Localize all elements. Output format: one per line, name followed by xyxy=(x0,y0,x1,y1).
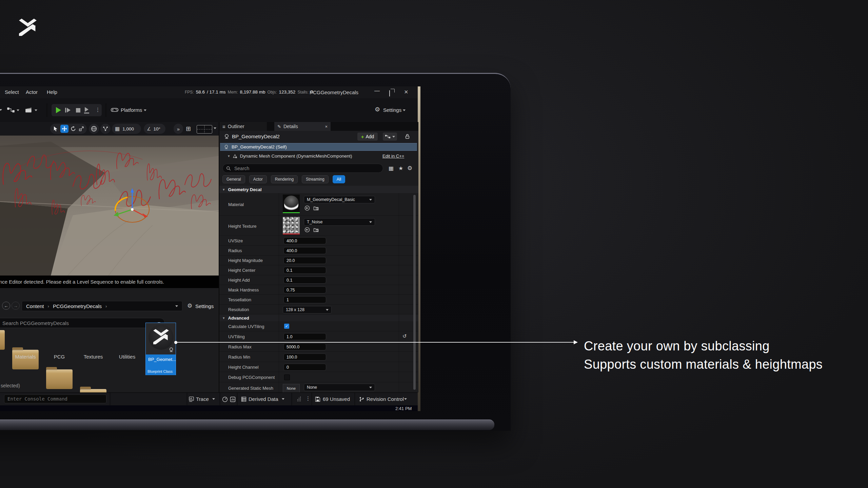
folder-pcg[interactable] xyxy=(46,369,73,389)
quad-view-icon[interactable]: ⊞ xyxy=(186,125,191,133)
revision-control-button[interactable]: Revision Control xyxy=(367,396,404,402)
column-divider[interactable] xyxy=(279,193,279,392)
tab-outliner[interactable]: ≡ Outliner xyxy=(219,122,267,131)
viewport-scene[interactable] xyxy=(0,136,219,276)
close-button[interactable]: × xyxy=(404,88,408,96)
cinematics-icon[interactable] xyxy=(25,107,33,113)
stop-icon[interactable] xyxy=(76,108,80,113)
chevron-down-icon[interactable] xyxy=(404,398,407,400)
rotate-tool-icon[interactable] xyxy=(71,126,76,131)
browse-to-asset-icon[interactable] xyxy=(313,205,319,211)
tessellation-input[interactable]: 1 xyxy=(283,296,326,303)
filter-actor[interactable]: Actor xyxy=(249,175,267,183)
tab-details[interactable]: ✎ Details × xyxy=(274,122,331,131)
console-command-input[interactable] xyxy=(4,394,106,403)
move-tool-button[interactable] xyxy=(60,125,68,133)
more-options-icon[interactable]: ⋮ xyxy=(95,107,100,113)
calculate-uvtiling-checkbox[interactable]: ✓ xyxy=(284,324,289,329)
cb-search-input[interactable] xyxy=(2,320,145,326)
component-tree-row[interactable]: ▾ Dynamic Mesh Component (DynamicMeshCom… xyxy=(219,152,418,160)
insights-dial-icon[interactable] xyxy=(222,396,228,402)
breadcrumb[interactable]: Content › PCGGeometryDecals › xyxy=(22,301,182,311)
folder-textures[interactable] xyxy=(80,389,106,392)
display-options-icon[interactable]: ▦ xyxy=(389,165,394,171)
height-add-input[interactable]: 0.1 xyxy=(283,277,326,284)
mask-hardness-input[interactable]: 0.75 xyxy=(283,286,326,293)
section-advanced[interactable]: ▾ Advanced xyxy=(219,314,418,321)
dotted-grid-icon[interactable] xyxy=(297,396,302,402)
surface-snapping-button[interactable] xyxy=(100,124,111,134)
step-icon[interactable] xyxy=(65,108,66,113)
chevron-down-icon[interactable] xyxy=(144,109,146,111)
material-dropdown[interactable]: M_GeometryDecal_Basic xyxy=(304,196,375,203)
gsm-thumbnail[interactable]: None xyxy=(283,384,300,392)
resolution-dropdown[interactable]: 128 x 128 xyxy=(283,306,332,313)
blueprint-edit-button[interactable] xyxy=(383,133,397,141)
height-texture-dropdown[interactable]: T_Noise xyxy=(304,218,375,226)
menu-select[interactable]: Select xyxy=(5,89,19,95)
world-space-toggle[interactable] xyxy=(89,124,99,134)
use-selected-asset-icon[interactable] xyxy=(304,227,310,232)
edit-in-cpp-link[interactable]: Edit in C++ xyxy=(382,154,404,159)
debug-pcgcomponent-checkbox[interactable] xyxy=(284,374,290,380)
details-scrollbar[interactable] xyxy=(413,195,416,390)
favorites-star-icon[interactable]: ★ xyxy=(398,165,403,171)
menu-help[interactable]: Help xyxy=(47,89,57,95)
back-icon[interactable]: ← xyxy=(2,302,10,310)
filter-rendering[interactable]: Rendering xyxy=(271,175,298,183)
asset-bp-geometrydecal[interactable]: BP_Geomet... Blueprint Class xyxy=(145,323,176,375)
rotation-snap-control[interactable]: ∠ 10° xyxy=(144,124,165,134)
details-search[interactable] xyxy=(222,164,383,173)
lock-icon[interactable] xyxy=(405,134,410,139)
height-magnitude-input[interactable]: 20.0 xyxy=(283,257,326,264)
radius-max-input[interactable]: 5000.0 xyxy=(283,343,326,350)
filter-general[interactable]: General xyxy=(222,175,245,183)
select-tool-icon[interactable] xyxy=(53,126,58,131)
uvtiling-input[interactable]: 1.0 xyxy=(283,333,326,340)
radius-min-input[interactable]: 100.0 xyxy=(283,353,326,361)
forward-icon[interactable]: → xyxy=(12,302,20,310)
details-search-input[interactable] xyxy=(234,165,357,171)
chevron-down-icon[interactable] xyxy=(175,305,178,307)
uvsize-input[interactable]: 400.0 xyxy=(283,237,326,244)
trace-button[interactable]: Trace xyxy=(196,396,209,402)
more-options-icon[interactable]: ⋮ xyxy=(305,395,311,402)
revert-icon[interactable]: ↺ xyxy=(402,333,407,339)
folder-partial[interactable] xyxy=(0,330,5,350)
add-component-button[interactable]: + Add xyxy=(357,133,378,141)
step-forward-icon[interactable] xyxy=(67,108,71,113)
chevron-down-icon[interactable] xyxy=(35,109,37,111)
cb-search[interactable] xyxy=(0,318,165,328)
restore-button[interactable] xyxy=(389,90,390,97)
filter-all[interactable]: All xyxy=(333,175,345,183)
derived-data-button[interactable]: Derived Data xyxy=(249,396,278,402)
grid-snap-control[interactable]: ▦ 1,000 xyxy=(112,124,141,134)
play-icon[interactable] xyxy=(56,107,61,113)
chevron-down-icon[interactable] xyxy=(0,109,2,111)
advance-icon[interactable] xyxy=(85,107,88,112)
filter-streaming[interactable]: Streaming xyxy=(302,175,329,183)
minimize-button[interactable]: — xyxy=(374,88,380,94)
material-thumbnail[interactable] xyxy=(283,195,300,213)
chevron-down-icon[interactable] xyxy=(214,127,216,129)
height-channel-input[interactable]: 0 xyxy=(283,364,326,371)
cb-settings-button[interactable]: Settings xyxy=(195,303,214,309)
settings-button[interactable]: Settings xyxy=(383,107,401,113)
blueprints-icon[interactable] xyxy=(7,107,15,113)
use-selected-asset-icon[interactable] xyxy=(304,205,310,211)
details-settings-gear-icon[interactable]: ⚙ xyxy=(407,165,412,172)
gsm-dropdown[interactable]: None xyxy=(304,384,375,391)
viewport-layout-icon[interactable] xyxy=(197,125,212,134)
gear-icon[interactable]: ⚙ xyxy=(187,302,192,309)
height-texture-thumbnail[interactable] xyxy=(283,217,300,235)
unsaved-button[interactable]: 69 Unsaved xyxy=(323,396,350,402)
profiler-icon[interactable] xyxy=(230,396,236,402)
breadcrumb-content[interactable]: Content xyxy=(26,303,44,309)
chevron-down-icon[interactable] xyxy=(282,398,284,400)
height-center-input[interactable]: 0.1 xyxy=(283,267,326,274)
component-tree-self-row[interactable]: BP_GeometryDecal2 (Self) xyxy=(220,143,417,151)
breadcrumb-folder[interactable]: PCGGeometryDecals xyxy=(53,303,102,309)
folder-materials[interactable] xyxy=(12,350,39,369)
browse-to-asset-icon[interactable] xyxy=(313,227,319,232)
section-geometry-decal[interactable]: ▾ Geometry Decal xyxy=(219,186,418,193)
